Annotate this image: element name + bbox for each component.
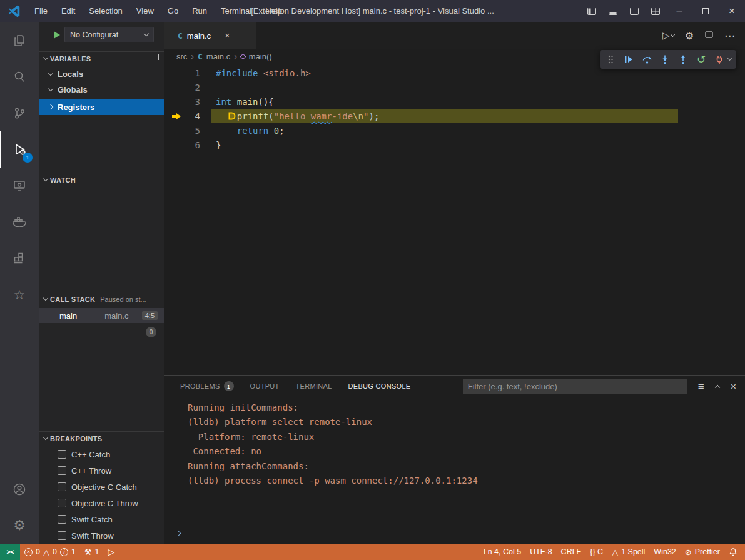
glyph-margin[interactable] xyxy=(164,94,183,109)
breakpoint-row-swift-throw[interactable]: Swift Throw xyxy=(39,528,164,544)
start-debugging-icon[interactable] xyxy=(54,31,60,39)
breakpoint-checkbox[interactable] xyxy=(58,531,66,540)
explorer-icon[interactable] xyxy=(0,22,39,59)
menu-edit[interactable]: Edit xyxy=(54,0,82,22)
line-number[interactable]: 6 xyxy=(183,140,200,150)
remote-indicator[interactable]: >< xyxy=(0,544,20,560)
settings-gear-icon[interactable]: ⚙ xyxy=(0,508,39,544)
breakpoint-row-c-catch[interactable]: C++ Catch xyxy=(39,446,164,462)
inline-breakpoint-marker[interactable] xyxy=(228,112,236,122)
panel-tab-debug-console[interactable]: DEBUG CONSOLE xyxy=(348,376,411,398)
breakpoint-checkbox[interactable] xyxy=(58,466,66,475)
watch-section-header[interactable]: WATCH xyxy=(39,172,164,186)
minimize-button[interactable]: ─ xyxy=(666,0,692,22)
panel-tab-output[interactable]: OUTPUT xyxy=(250,376,280,398)
account-icon[interactable] xyxy=(0,471,39,508)
problems-status[interactable]: × 0 △ 0 i 1 xyxy=(20,544,80,560)
console-filter-input[interactable] xyxy=(463,379,687,394)
glyph-margin[interactable] xyxy=(164,138,183,152)
glyph-margin[interactable] xyxy=(164,66,183,80)
vscode-logo-icon xyxy=(8,4,21,18)
customize-layout-icon[interactable] xyxy=(645,0,666,22)
encoding-status[interactable]: UTF-8 xyxy=(525,544,556,560)
variables-scope-globals[interactable]: Globals xyxy=(39,82,164,97)
step-into-icon[interactable] xyxy=(659,52,671,66)
toolbar-drag-grip[interactable] xyxy=(605,52,616,66)
line-number[interactable]: 4 xyxy=(183,111,200,121)
variables-scope-locals[interactable]: Locals xyxy=(39,66,164,81)
gear-icon[interactable]: ⚙ xyxy=(685,30,694,42)
docker-icon[interactable] xyxy=(0,204,39,240)
variables-scope-registers[interactable]: Registers xyxy=(39,99,164,115)
breakpoint-row-c-throw[interactable]: C++ Throw xyxy=(39,462,164,479)
glyph-margin[interactable] xyxy=(164,80,183,94)
spell-checker-status[interactable]: △ 1 Spell xyxy=(607,544,649,560)
menu-file[interactable]: File xyxy=(28,0,54,22)
source-control-icon[interactable] xyxy=(0,95,39,131)
menu-run[interactable]: Run xyxy=(185,0,214,22)
line-number[interactable]: 5 xyxy=(183,126,200,136)
tab-main-c[interactable]: C main.c × xyxy=(164,22,256,49)
toggle-sidebar-icon[interactable] xyxy=(581,0,602,22)
panel-tab-terminal[interactable]: TERMINAL xyxy=(296,376,332,398)
continue-icon[interactable] xyxy=(623,52,634,66)
disconnect-icon[interactable] xyxy=(714,52,725,66)
toggle-secondary-sidebar-icon[interactable] xyxy=(624,0,645,22)
prettier-status[interactable]: ⊘ Prettier xyxy=(681,544,724,560)
toolchain-status[interactable]: ⚒ 1 xyxy=(80,544,104,560)
debug-status-icon[interactable]: ▷ xyxy=(103,544,119,560)
language-mode-status[interactable]: {} C xyxy=(585,544,607,560)
chevron-down-icon[interactable] xyxy=(727,56,732,61)
more-actions-icon[interactable]: ⋯ xyxy=(724,29,735,42)
line-number[interactable]: 1 xyxy=(183,68,200,78)
breakpoints-section-header[interactable]: BREAKPOINTS xyxy=(39,431,164,445)
breakpoint-checkbox[interactable] xyxy=(58,515,66,524)
platform-status[interactable]: Win32 xyxy=(649,544,680,560)
search-icon[interactable] xyxy=(0,59,39,95)
menu-go[interactable]: Go xyxy=(161,0,185,22)
run-or-debug-icon[interactable]: ▷ xyxy=(662,30,674,41)
maximize-panel-icon[interactable] xyxy=(716,384,719,389)
filter-icon[interactable]: ≡ xyxy=(698,381,704,393)
star-icon[interactable]: ☆ xyxy=(0,276,39,312)
console-prompt-icon[interactable] xyxy=(176,528,180,538)
step-out-icon[interactable] xyxy=(677,52,689,66)
breakpoint-checkbox[interactable] xyxy=(58,499,66,508)
line-number[interactable]: 2 xyxy=(183,82,200,92)
toggle-panel-icon[interactable] xyxy=(602,0,624,22)
breadcrumb-symbol[interactable]: main() xyxy=(249,52,272,61)
launch-configuration-dropdown[interactable]: No Configurat xyxy=(64,27,154,42)
remote-explorer-icon[interactable] xyxy=(0,168,39,204)
cursor-position-status[interactable]: Ln 4, Col 5 xyxy=(479,544,525,560)
code-area[interactable]: 1#include <stdio.h>23int main(){4 printf… xyxy=(164,64,745,375)
line-number[interactable]: 3 xyxy=(183,97,200,107)
call-stack-section-header[interactable]: CALL STACK Paused on st... xyxy=(39,292,164,306)
restart-icon[interactable]: ↺ xyxy=(696,52,707,66)
glyph-margin[interactable] xyxy=(164,123,183,138)
code-token: return xyxy=(237,126,269,136)
split-editor-icon[interactable] xyxy=(704,30,714,41)
close-tab-icon[interactable]: × xyxy=(225,31,230,41)
run-and-debug-icon[interactable]: 1 xyxy=(0,131,39,168)
breakpoint-checkbox[interactable] xyxy=(58,482,66,491)
close-panel-icon[interactable]: × xyxy=(731,381,736,392)
menu-view[interactable]: View xyxy=(129,0,161,22)
collapse-all-icon[interactable] xyxy=(151,56,156,61)
breadcrumb-file[interactable]: main.c xyxy=(206,52,230,61)
debug-current-line-arrow[interactable] xyxy=(164,109,183,123)
extensions-icon[interactable] xyxy=(0,240,39,276)
breakpoint-row-swift-catch[interactable]: Swift Catch xyxy=(39,511,164,528)
menu-selection[interactable]: Selection xyxy=(82,0,129,22)
panel-tab-problems[interactable]: PROBLEMS1 xyxy=(180,376,234,398)
breakpoint-row-objective-c-catch[interactable]: Objective C Catch xyxy=(39,479,164,495)
eol-status[interactable]: CRLF xyxy=(557,544,586,560)
notifications-bell-icon[interactable] xyxy=(724,544,745,560)
close-button[interactable]: × xyxy=(719,0,745,22)
breadcrumb-folder[interactable]: src xyxy=(176,52,187,61)
call-stack-frame[interactable]: main main.c 4:5 xyxy=(39,308,164,323)
maximize-button[interactable] xyxy=(692,0,719,22)
breakpoint-checkbox[interactable] xyxy=(58,450,66,459)
step-over-icon[interactable] xyxy=(641,52,652,66)
variables-section-header[interactable]: VARIABLES xyxy=(39,51,164,65)
breakpoint-row-objective-c-throw[interactable]: Objective C Throw xyxy=(39,495,164,511)
